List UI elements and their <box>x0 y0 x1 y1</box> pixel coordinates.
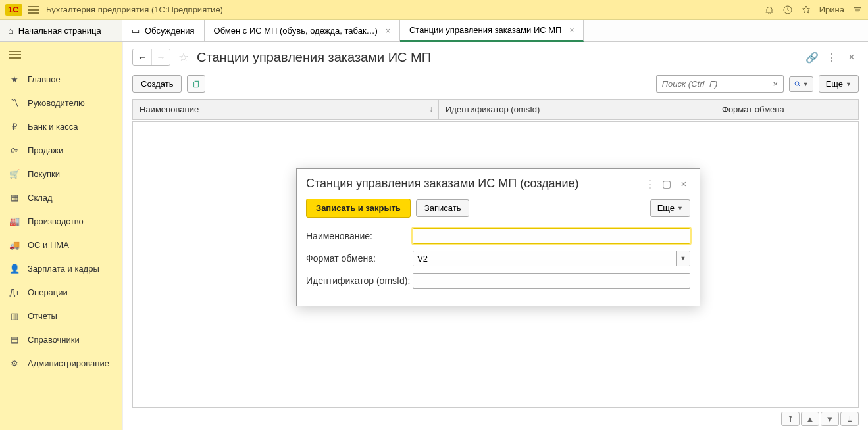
sidebar-item-assets[interactable]: 🚚ОС и НМА <box>0 233 122 256</box>
close-icon[interactable]: × <box>844 50 859 64</box>
column-name[interactable]: Наименование↓ <box>133 100 439 119</box>
create-button[interactable]: Создать <box>132 75 182 93</box>
app-title: Бухгалтерия предприятия (1С:Предприятие) <box>46 5 223 14</box>
scroll-down-button[interactable]: ▼ <box>821 412 839 426</box>
save-close-button[interactable]: Записать и закрыть <box>306 199 411 218</box>
gear-icon: ⚙ <box>9 358 20 368</box>
sidebar-item-purchases[interactable]: 🛒Покупки <box>0 162 122 185</box>
chat-icon: ▭ <box>132 26 140 36</box>
user-name[interactable]: Ирина <box>819 5 844 14</box>
sidebar-item-warehouse[interactable]: ▦Склад <box>0 185 122 209</box>
sidebar-item-label: Руководителю <box>28 98 85 108</box>
name-input[interactable] <box>413 228 690 244</box>
column-label: Формат обмена <box>722 105 784 114</box>
tab-label: Обсуждения <box>145 26 195 36</box>
sidebar-item-label: Банк и касса <box>28 122 78 131</box>
format-input[interactable] <box>413 251 676 266</box>
sidebar-item-label: Администрирование <box>28 358 109 368</box>
sidebar: ★Главное 〽Руководителю ₽Банк и касса 🛍Пр… <box>0 42 122 430</box>
more-label: Еще <box>826 79 843 89</box>
boxes-icon: ▦ <box>9 192 20 203</box>
sidebar-item-reports[interactable]: ▥Отчеты <box>0 304 122 327</box>
column-omsid[interactable]: Идентификатор (omsId) <box>439 100 715 119</box>
sidebar-item-catalogs[interactable]: ▤Справочники <box>0 327 122 351</box>
save-button[interactable]: Записать <box>416 199 470 217</box>
person-icon: 👤 <box>9 263 20 274</box>
svg-point-4 <box>795 82 799 85</box>
bag-icon: 🛍 <box>9 145 20 155</box>
link-icon[interactable]: 🔗 <box>805 50 819 64</box>
scroll-top-button[interactable]: ⤒ <box>781 412 800 426</box>
page-title: Станции управления заказами ИС МП <box>197 50 431 65</box>
nav-back-button[interactable]: ← <box>133 49 151 65</box>
search-clear-button[interactable]: × <box>768 75 784 93</box>
column-label: Наименование <box>140 105 199 114</box>
sidebar-item-label: Справочники <box>28 335 80 345</box>
ruble-icon: ₽ <box>9 121 20 131</box>
scroll-bottom-button[interactable]: ⤓ <box>840 412 859 426</box>
sidebar-menu-icon[interactable] <box>9 49 21 60</box>
sidebar-item-hr[interactable]: 👤Зарплата и кадры <box>0 256 122 280</box>
settings-icon[interactable] <box>852 5 863 15</box>
menu-icon[interactable] <box>28 4 39 16</box>
favorite-icon[interactable]: ☆ <box>178 50 189 64</box>
sidebar-item-bank[interactable]: ₽Банк и касса <box>0 114 122 138</box>
tabs-row: ⌂ Начальная страница ▭ Обсуждения Обмен … <box>0 20 868 42</box>
sidebar-item-operations[interactable]: ДтОперации <box>0 280 122 304</box>
column-format[interactable]: Формат обмена <box>715 100 858 119</box>
tab-ismp-exchange[interactable]: Обмен с ИС МП (обувь, одежда, табак…) × <box>205 20 400 41</box>
cart-icon: 🛒 <box>9 168 20 179</box>
history-icon[interactable] <box>782 5 793 15</box>
scroll-up-button[interactable]: ▲ <box>801 412 819 426</box>
factory-icon: 🏭 <box>9 216 20 226</box>
sidebar-item-label: Операции <box>28 287 68 297</box>
modal-kebab-icon[interactable]: ⋮ <box>643 178 656 191</box>
modal-title: Станция управления заказами ИС МП (созда… <box>306 177 639 191</box>
tab-home[interactable]: ⌂ Начальная страница <box>0 20 122 41</box>
modal-more-button[interactable]: Еще▼ <box>650 199 690 217</box>
modal-close-icon[interactable]: × <box>677 178 690 191</box>
table-header: Наименование↓ Идентификатор (omsId) Форм… <box>132 99 859 120</box>
tab-discussions[interactable]: ▭ Обсуждения <box>122 20 205 41</box>
chart-icon: 〽 <box>9 97 20 108</box>
star-icon[interactable] <box>801 5 811 15</box>
copy-button[interactable] <box>187 75 205 93</box>
close-icon[interactable]: × <box>383 26 390 36</box>
modal-maximize-icon[interactable]: ▢ <box>660 178 673 191</box>
search-input[interactable] <box>656 75 768 93</box>
sidebar-item-main[interactable]: ★Главное <box>0 67 122 91</box>
sort-icon: ↓ <box>429 105 433 114</box>
nav-arrows: ← → <box>132 49 170 66</box>
more-label: Еще <box>657 203 675 213</box>
home-icon: ⌂ <box>8 26 13 36</box>
sidebar-item-label: ОС и НМА <box>28 240 69 250</box>
star-icon: ★ <box>9 74 20 84</box>
sidebar-item-label: Отчеты <box>28 311 57 321</box>
format-dropdown-button[interactable]: ▼ <box>676 251 690 266</box>
sidebar-item-label: Продажи <box>28 145 63 155</box>
tab-ismp-stations[interactable]: Станции управления заказами ИС МП × <box>400 20 584 42</box>
sidebar-item-label: Производство <box>28 216 84 226</box>
name-label: Наименование: <box>306 231 413 241</box>
sidebar-item-manager[interactable]: 〽Руководителю <box>0 91 122 114</box>
close-icon[interactable]: × <box>567 26 574 35</box>
column-label: Идентификатор (omsId) <box>446 105 540 114</box>
omsid-input[interactable] <box>413 273 690 289</box>
sidebar-item-production[interactable]: 🏭Производство <box>0 209 122 233</box>
bell-icon[interactable] <box>764 5 775 15</box>
topbar: 1C Бухгалтерия предприятия (1С:Предприят… <box>0 0 868 20</box>
kebab-icon[interactable]: ⋮ <box>825 50 839 64</box>
sidebar-item-sales[interactable]: 🛍Продажи <box>0 138 122 162</box>
format-label: Формат обмена: <box>306 253 413 264</box>
sidebar-item-admin[interactable]: ⚙Администрирование <box>0 351 122 375</box>
svg-text:1C: 1C <box>8 5 19 14</box>
nav-forward-button[interactable]: → <box>151 49 170 65</box>
create-station-modal: Станция управления заказами ИС МП (созда… <box>296 168 700 306</box>
tab-label: Обмен с ИС МП (обувь, одежда, табак…) <box>214 26 378 36</box>
svg-rect-3 <box>194 82 199 87</box>
sidebar-item-label: Зарплата и кадры <box>28 264 99 274</box>
tab-label: Станции управления заказами ИС МП <box>409 25 561 35</box>
search-button[interactable]: ▼ <box>789 76 813 92</box>
more-button[interactable]: Еще▼ <box>819 75 859 93</box>
bars-icon: ▥ <box>9 310 20 321</box>
